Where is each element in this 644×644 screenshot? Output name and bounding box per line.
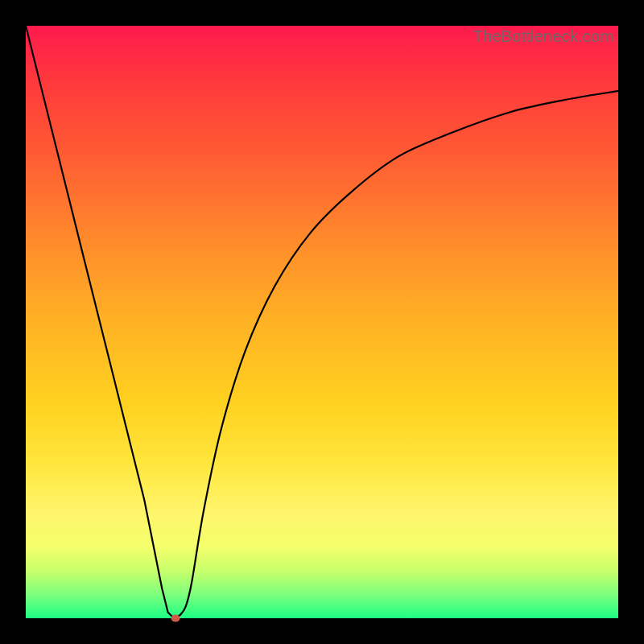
plot-area: TheBottleneck.com — [26, 26, 618, 618]
bottleneck-curve — [26, 26, 618, 618]
chart-frame: TheBottleneck.com — [0, 0, 644, 644]
optimal-point-marker — [171, 615, 180, 622]
